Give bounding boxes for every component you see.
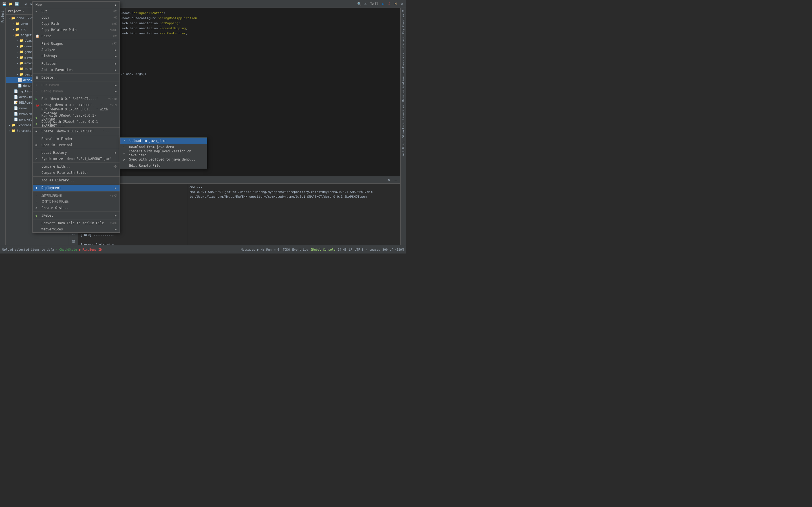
tree-label: pom.xml [19, 118, 32, 121]
status-memory: 300 of 4029M [382, 248, 404, 251]
toolbar-refresh-icon[interactable]: 🔄 [14, 1, 19, 6]
menu-find-usages[interactable]: Find Usages ⌥F7 [33, 41, 119, 47]
toolbar-back-icon[interactable]: ◀ [23, 1, 28, 6]
menu-refactor[interactable]: Refactor ▶ [33, 61, 119, 67]
menu-add-library[interactable]: Add as Library... [33, 177, 119, 183]
gist-icon: ⊙ [36, 206, 40, 210]
menu-copy-path[interactable]: Copy Path ⇧⌘C [33, 20, 119, 27]
right-panel: Key Promoter X Database RestServices Bea… [400, 8, 406, 253]
sync-icon: ↺ [36, 157, 40, 161]
menu-deployment[interactable]: ↑ Deployment ▶ [33, 185, 119, 191]
menu-debug-maven: ◦ Debug Maven ▶ [33, 88, 119, 94]
status-indent[interactable]: 4 spaces [366, 248, 380, 251]
menu-sep12 [33, 191, 119, 192]
run-maven-icon: ◦ [36, 83, 40, 87]
menu-compare-with[interactable]: Compare With... ⌘D [33, 163, 119, 170]
menu-run-maven: ◦ Run Maven ▶ [33, 82, 119, 88]
toolbar-block-icon[interactable]: ⊘ [399, 1, 404, 6]
right-tab-keypromoter[interactable]: Key Promoter X [401, 9, 405, 35]
right-tab-structure[interactable]: Structure [401, 121, 405, 139]
vtab-project[interactable]: Project [1, 9, 5, 24]
menu-compare-editor[interactable]: Compare File with Editor [33, 170, 119, 176]
toolbar-search-icon[interactable]: 🔍 [357, 1, 362, 6]
deployment-submenu: ↑ Upload to java_demo ↓ Download from ja… [120, 137, 207, 169]
status-encoding[interactable]: UTF-8 [355, 248, 364, 251]
run-clear-icon[interactable]: 🗑 [70, 238, 77, 244]
run-settings-icon[interactable]: ⚙ [386, 177, 391, 182]
status-todo[interactable]: ≡ 6: TODO [274, 248, 290, 251]
run-log-right: emo --- emo-0.0.1-SNAPSHOT.jar to /Users… [187, 184, 400, 245]
menu-sep5 [33, 95, 119, 95]
right-tab-restservices[interactable]: RestServices [401, 52, 405, 74]
menu-synchronize[interactable]: ↺ Synchronize 'demo-0.0.1_NAPSHOT.jar' [33, 156, 119, 162]
menu-copy[interactable]: Copy ⌘C [33, 14, 119, 20]
menu-sep7 [33, 135, 119, 135]
menu-sep13 [33, 212, 119, 212]
delete-icon: 🗑 [36, 76, 40, 79]
right-tab-favorites[interactable]: Favorites [401, 103, 405, 121]
menu-sep2 [33, 60, 119, 60]
menu-delete[interactable]: 🗑 Delete... [33, 74, 119, 80]
paste-icon: 📋 [36, 34, 40, 38]
right-tab-beanvalidation[interactable]: Bean Validation [401, 75, 405, 103]
menu-paste[interactable]: 📋 Paste ⌘V [33, 33, 119, 39]
menu-create[interactable]: ⊞ Create 'demo-0.0.1-SNAPSHOT....'... [33, 128, 119, 134]
status-eventlog[interactable]: Event Log [292, 248, 308, 251]
submenu-upload[interactable]: ↑ Upload to java_demo [120, 138, 207, 144]
tree-label: src [20, 27, 26, 31]
status-messages[interactable]: Messages [241, 248, 255, 251]
menu-cut[interactable]: ✂ Cut ⌘X [33, 8, 119, 14]
toolbar-jrebel-icon[interactable]: J [387, 1, 392, 6]
tail-label: Tail [369, 2, 379, 6]
status-left: Upload selected items to defa ✓ CheckSty… [2, 248, 239, 251]
menu-analyze[interactable]: Analyze ▶ [33, 47, 119, 53]
jrebel-menu-icon: ↺ [36, 214, 40, 217]
menu-debug-jrebel[interactable]: ↺ Debug with JRebel 'demo-0.0.1-SNAPSHOT… [33, 121, 119, 127]
menu-convert-kotlin[interactable]: Convert Java File to Kotlin File ⌥⇧⌘K [33, 220, 119, 226]
menu-local-history[interactable]: Local History ▶ [33, 150, 119, 156]
status-checkstyle[interactable]: ✓ CheckStyle [56, 248, 77, 251]
sync-deployed-icon: ↺ [123, 158, 128, 161]
menu-sep1 [33, 40, 119, 40]
menu-sep10 [33, 176, 119, 177]
status-jrebel[interactable]: JRebel Console [310, 248, 336, 251]
terminal-icon: ⊡ [36, 144, 40, 147]
tree-label: .mvn [20, 22, 28, 25]
run-jrebel-icon: ↺ [36, 116, 40, 119]
menu-sep4 [33, 81, 119, 81]
tree-label: demo.iml [19, 95, 34, 99]
status-time: 14:45 [338, 248, 347, 251]
status-upload-label: Upload selected items to defa [2, 248, 54, 251]
status-findbugs[interactable]: ● FindBugs-ID [79, 248, 102, 251]
submenu-edit-remote[interactable]: Edit Remote File [120, 163, 207, 169]
run-close-icon[interactable]: — [393, 177, 398, 182]
menu-open-terminal[interactable]: ⊡ Open in Terminal [33, 142, 119, 148]
status-right: Messages ▶ 4: Run ≡ 6: TODO Event Log JR… [241, 248, 404, 251]
menu-run[interactable]: ▶ Run 'demo-0.0.1-SNAPSHOT....' ^⇧F10 [33, 96, 119, 102]
compare-deployed-icon: ⇄ [123, 151, 127, 155]
menu-webservices[interactable]: WebServices ▶ [33, 226, 119, 232]
menu-findbugs[interactable]: FindBugs ▶ [33, 53, 119, 59]
toolbar-settings-icon[interactable]: ⚙ [363, 1, 368, 6]
right-tab-database[interactable]: Database [401, 36, 405, 51]
menu-sep3 [33, 73, 119, 74]
toolbar-microsoft-icon[interactable]: ⊞ [380, 1, 386, 6]
submenu-compare[interactable]: ⇄ Compare with Deployed Version on java_… [120, 150, 207, 156]
menu-header-arrow: ▶ [115, 3, 117, 6]
menu-realtime[interactable]: ◦ 关闭实时检测功能 [33, 199, 119, 205]
menu-copy-rel[interactable]: Copy Relative Path ⌥⇧⌘C [33, 27, 119, 33]
upload-icon: ↑ [123, 139, 128, 143]
submenu-sync[interactable]: ↺ Sync with Deployed to java_demo... [120, 156, 207, 163]
menu-reveal[interactable]: Reveal in Finder [33, 136, 119, 142]
status-run[interactable]: ▶ 4: Run [257, 248, 272, 251]
toolbar-maven-icon[interactable]: M [393, 1, 398, 6]
menu-jrebel[interactable]: ↺ JRebel ▶ [33, 212, 119, 219]
menu-add-favorites[interactable]: Add to Favorites ▶ [33, 67, 119, 73]
status-lf[interactable]: LF [349, 248, 352, 251]
menu-header: New ▶ [33, 2, 119, 8]
menu-create-gist[interactable]: ⊙ Create Gist... [33, 205, 119, 211]
right-tab-antbuild[interactable]: Ant Build [401, 139, 405, 157]
menu-code-scan[interactable]: ◦ 编码规约扫描 ⌥⇧⌘J [33, 192, 119, 199]
toolbar-save-icon[interactable]: 💾 [2, 1, 7, 6]
toolbar-folder-icon[interactable]: 📁 [8, 1, 13, 6]
